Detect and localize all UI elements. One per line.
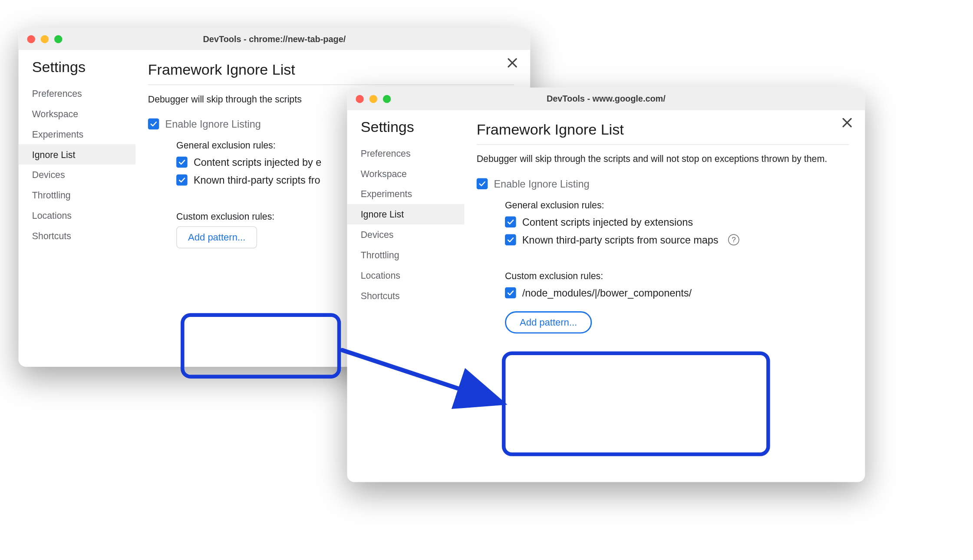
rule-content-scripts-checkbox[interactable] xyxy=(505,217,516,228)
checkmark-icon xyxy=(506,218,515,227)
general-rules-heading: General exclusion rules: xyxy=(505,200,849,210)
sidebar-item-ignore-list[interactable]: Ignore List xyxy=(19,144,136,165)
titlebar: DevTools - www.google.com/ xyxy=(347,88,865,110)
rule-third-party-checkbox[interactable] xyxy=(176,175,188,186)
maximize-window-icon[interactable] xyxy=(383,95,391,102)
rule-third-party-checkbox[interactable] xyxy=(505,234,516,246)
checkmark-icon xyxy=(149,120,158,128)
add-pattern-button[interactable]: Add pattern... xyxy=(505,311,592,333)
sidebar-item-shortcuts[interactable]: Shortcuts xyxy=(347,285,464,306)
sidebar-item-locations[interactable]: Locations xyxy=(347,265,464,286)
panel-heading: Framework Ignore List xyxy=(477,121,849,145)
rule-content-scripts-label: Content scripts injected by extensions xyxy=(522,216,693,228)
enable-ignore-checkbox[interactable] xyxy=(477,178,488,190)
close-icon xyxy=(505,56,519,69)
sidebar-item-preferences[interactable]: Preferences xyxy=(347,143,464,163)
enable-ignore-listing-row[interactable]: Enable Ignore Listing xyxy=(477,178,849,190)
sidebar-item-workspace[interactable]: Workspace xyxy=(19,104,136,124)
sidebar-item-throttling[interactable]: Throttling xyxy=(347,245,464,265)
rule-content-scripts-label: Content scripts injected by e xyxy=(194,156,321,168)
sidebar-item-ignore-list[interactable]: Ignore List xyxy=(347,204,464,224)
panel-heading: Framework Ignore List xyxy=(148,61,514,85)
custom-rules-heading: Custom exclusion rules: xyxy=(505,270,849,281)
sidebar-item-devices[interactable]: Devices xyxy=(347,224,464,245)
rule-third-party-label: Known third-party scripts from source ma… xyxy=(522,234,719,246)
help-icon[interactable]: ? xyxy=(728,234,739,246)
close-icon xyxy=(840,116,854,129)
custom-pattern-text: /node_modules/|/bower_components/ xyxy=(522,287,692,299)
rule-content-scripts-checkbox[interactable] xyxy=(176,157,188,168)
rule-content-scripts-row[interactable]: Content scripts injected by extensions xyxy=(505,216,849,228)
rule-third-party-row[interactable]: Known third-party scripts from source ma… xyxy=(505,234,849,246)
sidebar-item-experiments[interactable]: Experiments xyxy=(347,184,464,204)
enable-ignore-checkbox[interactable] xyxy=(148,119,159,130)
minimize-window-icon[interactable] xyxy=(369,95,377,102)
window-title: DevTools - www.google.com/ xyxy=(347,94,865,104)
sidebar-item-throttling[interactable]: Throttling xyxy=(19,185,136,205)
sidebar-item-preferences[interactable]: Preferences xyxy=(19,83,136,104)
settings-sidebar: Settings Preferences Workspace Experimen… xyxy=(347,110,464,482)
titlebar: DevTools - chrome://new-tab-page/ xyxy=(19,28,531,50)
enable-ignore-label: Enable Ignore Listing xyxy=(494,178,589,190)
traffic-lights xyxy=(356,95,391,102)
sidebar-item-workspace[interactable]: Workspace xyxy=(347,163,464,184)
custom-pattern-checkbox[interactable] xyxy=(505,287,516,299)
sidebar-item-experiments[interactable]: Experiments xyxy=(19,124,136,144)
enable-ignore-label: Enable Ignore Listing xyxy=(165,118,261,130)
traffic-lights xyxy=(27,35,62,43)
checkmark-icon xyxy=(506,236,515,244)
close-window-icon[interactable] xyxy=(27,35,35,43)
close-panel-button[interactable] xyxy=(840,116,854,129)
rule-third-party-label: Known third-party scripts fro xyxy=(194,175,320,186)
checkmark-icon xyxy=(178,158,186,167)
close-panel-button[interactable] xyxy=(505,56,519,69)
checkmark-icon xyxy=(178,176,186,184)
custom-pattern-row[interactable]: /node_modules/|/bower_components/ xyxy=(505,287,849,299)
window-title: DevTools - chrome://new-tab-page/ xyxy=(19,34,531,44)
maximize-window-icon[interactable] xyxy=(54,35,62,43)
settings-sidebar: Settings Preferences Workspace Experimen… xyxy=(19,50,136,367)
sidebar-item-shortcuts[interactable]: Shortcuts xyxy=(19,226,136,246)
annotation-callout-right xyxy=(502,351,770,456)
minimize-window-icon[interactable] xyxy=(41,35,49,43)
close-window-icon[interactable] xyxy=(356,95,363,102)
sidebar-title: Settings xyxy=(19,59,136,83)
add-pattern-button[interactable]: Add pattern... xyxy=(176,226,257,248)
sidebar-item-devices[interactable]: Devices xyxy=(19,165,136,185)
checkmark-icon xyxy=(478,180,487,188)
annotation-callout-left xyxy=(181,313,341,379)
sidebar-title: Settings xyxy=(347,119,464,143)
sidebar-item-locations[interactable]: Locations xyxy=(19,205,136,226)
panel-description: Debugger will skip through the scripts a… xyxy=(477,152,849,166)
checkmark-icon xyxy=(506,289,515,297)
